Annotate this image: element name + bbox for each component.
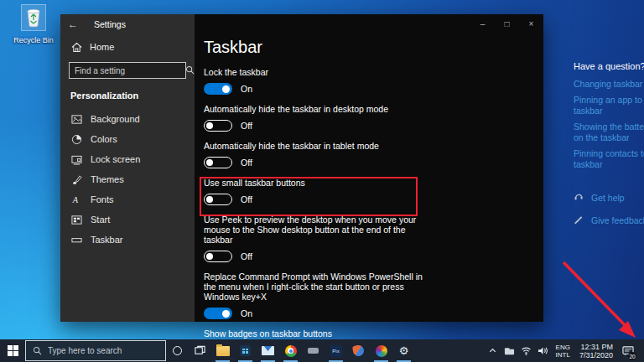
desktop: Recycle Bin ← Settings Home Personalizat… xyxy=(0,0,644,362)
taskbar-search-input[interactable] xyxy=(48,346,158,355)
sidebar-item-label: Taskbar xyxy=(91,235,123,245)
window-title: Settings xyxy=(94,19,126,29)
microsoft-store-icon xyxy=(240,345,251,356)
setting-use-peek: Use Peek to preview the desktop when you… xyxy=(204,215,432,262)
fonts-icon: A xyxy=(70,194,82,205)
svg-text:A: A xyxy=(71,195,78,204)
help-title: Have a question? xyxy=(574,61,644,71)
sidebar-item-label: Colors xyxy=(91,134,117,144)
sidebar-item-taskbar[interactable]: Taskbar xyxy=(60,230,195,250)
sidebar-item-lock-screen[interactable]: Lock screen xyxy=(60,149,195,169)
sidebar-item-background[interactable]: Background xyxy=(60,109,195,129)
toggle-state: Off xyxy=(241,194,252,204)
home-icon xyxy=(70,41,82,53)
cortana-icon xyxy=(173,346,182,355)
taskbar: Pix ⚙ ENG INTL 12:31 PM 7/31/2 xyxy=(0,339,644,362)
toggle-small-buttons[interactable] xyxy=(204,194,232,205)
taskbar-app-mail[interactable] xyxy=(257,339,279,362)
help-link-pin-app[interactable]: Pinning an app to the taskbar xyxy=(574,95,644,116)
language-line2: INTL xyxy=(556,351,570,359)
file-explorer-icon xyxy=(216,346,230,356)
tray-onedrive-icon[interactable] xyxy=(502,339,517,362)
taskbar-app-settings[interactable]: ⚙ xyxy=(392,339,415,362)
notification-badge: 20 xyxy=(628,352,636,360)
toggle-autohide-desktop[interactable] xyxy=(204,120,232,132)
toggle-autohide-tablet[interactable] xyxy=(204,157,232,168)
settings-window: ← Settings Home Personalization Backgrou… xyxy=(60,14,543,322)
help-link-battery-icon[interactable]: Showing the battery icon on the taskbar xyxy=(574,122,644,143)
task-view-button[interactable] xyxy=(189,339,211,362)
sidebar-item-label: Background xyxy=(91,114,140,124)
pix-app-icon: Pix xyxy=(330,345,342,357)
toggle-state: Off xyxy=(241,158,252,168)
help-link-pin-contacts[interactable]: Pinning contacts to the taskbar xyxy=(574,148,644,170)
give-feedback-icon xyxy=(574,213,584,228)
help-panel: Have a question? Changing taskbar color … xyxy=(574,61,644,235)
settings-sidebar: ← Settings Home Personalization Backgrou… xyxy=(60,14,195,322)
settings-main-pane: – □ × Taskbar Lock the taskbar On Automa… xyxy=(195,14,543,322)
minimize-button[interactable]: – xyxy=(470,14,495,33)
window-controls: – □ × xyxy=(470,14,543,33)
sidebar-search-input[interactable] xyxy=(75,66,185,75)
chrome-icon xyxy=(285,345,297,357)
help-link-taskbar-color[interactable]: Changing taskbar color xyxy=(574,79,644,90)
sidebar-home-label: Home xyxy=(90,42,114,52)
mail-icon xyxy=(262,346,274,355)
clock-date: 7/31/2020 xyxy=(579,351,613,359)
sidebar-item-fonts[interactable]: A Fonts xyxy=(60,189,195,209)
setting-small-buttons: Use small taskbar buttons Off xyxy=(204,178,432,205)
back-button[interactable]: ← xyxy=(60,18,86,30)
toggle-state: On xyxy=(241,308,252,318)
give-feedback-button[interactable]: Give feedback xyxy=(574,213,644,228)
sidebar-item-label: Start xyxy=(91,215,110,225)
get-help-button[interactable]: Get help xyxy=(574,190,644,205)
lock-screen-icon xyxy=(70,153,82,165)
setting-label: Show badges on taskbar buttons xyxy=(204,328,432,339)
action-center-button[interactable]: 20 xyxy=(619,339,637,362)
setting-autohide-desktop: Automatically hide the taskbar in deskto… xyxy=(204,104,432,132)
close-button[interactable]: × xyxy=(519,14,543,33)
taskbar-app-pix[interactable]: Pix xyxy=(325,339,347,362)
sidebar-item-themes[interactable]: Themes xyxy=(60,169,195,189)
tray-network-icon[interactable] xyxy=(519,339,534,362)
taskbar-app-photos[interactable] xyxy=(370,339,392,362)
themes-icon xyxy=(70,173,82,185)
sidebar-item-home[interactable]: Home xyxy=(60,34,195,60)
taskbar-search-box[interactable] xyxy=(25,340,166,361)
recycle-bin-icon[interactable]: Recycle Bin xyxy=(10,4,57,46)
tray-clock[interactable]: 12:31 PM 7/31/2020 xyxy=(575,343,617,359)
sidebar-item-start[interactable]: Start xyxy=(60,209,195,230)
recycle-bin-label: Recycle Bin xyxy=(12,36,55,44)
taskbar-icon xyxy=(70,234,82,246)
page-title: Taskbar xyxy=(204,38,543,57)
settings-gear-icon: ⚙ xyxy=(399,345,409,356)
taskbar-app-chrome[interactable] xyxy=(279,339,302,362)
setting-powershell: Replace Command Prompt with Windows Powe… xyxy=(204,272,432,319)
sidebar-item-colors[interactable]: Colors xyxy=(60,129,195,149)
taskbar-app-store[interactable] xyxy=(234,339,257,362)
toggle-lock-taskbar[interactable] xyxy=(204,83,232,95)
system-tray: ENG INTL 12:31 PM 7/31/2020 20 xyxy=(486,339,644,362)
maximize-button[interactable]: □ xyxy=(495,14,519,33)
clock-time: 12:31 PM xyxy=(579,343,613,351)
taskbar-app-file-explorer[interactable] xyxy=(211,339,234,362)
toggle-state: Off xyxy=(241,251,252,261)
tray-chevron-up-icon[interactable] xyxy=(486,339,501,362)
taskbar-app-game[interactable] xyxy=(302,339,325,362)
tray-volume-icon[interactable] xyxy=(536,339,551,362)
setting-lock-taskbar: Lock the taskbar On xyxy=(204,67,432,95)
cortana-button[interactable] xyxy=(166,339,189,362)
search-icon xyxy=(185,63,195,78)
toggle-powershell[interactable] xyxy=(204,308,232,319)
windows-logo-icon xyxy=(8,345,18,356)
taskbar-app-paint3d[interactable] xyxy=(347,339,370,362)
setting-label: Use small taskbar buttons xyxy=(204,178,432,188)
sidebar-search-box[interactable] xyxy=(69,62,186,79)
background-icon xyxy=(70,113,82,125)
toggle-use-peek[interactable] xyxy=(204,251,232,262)
tray-language-indicator[interactable]: ENG INTL xyxy=(553,344,574,359)
language-line1: ENG xyxy=(556,344,570,351)
search-icon xyxy=(33,344,42,359)
game-app-icon xyxy=(308,348,319,354)
start-button[interactable] xyxy=(0,339,25,362)
